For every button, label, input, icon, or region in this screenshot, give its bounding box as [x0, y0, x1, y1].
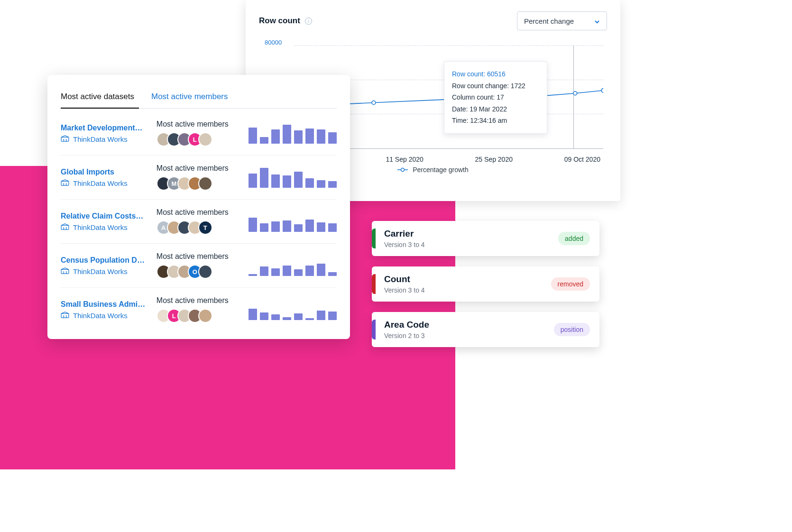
change-title: Carrier: [384, 229, 558, 239]
spark-bar: [283, 125, 291, 144]
spark-bar: [305, 318, 314, 320]
spark-bar: [271, 174, 280, 188]
svg-point-5: [401, 168, 405, 172]
warehouse-icon: [61, 223, 69, 231]
most-active-members-label: Most active members: [157, 252, 243, 261]
spark-bar: [283, 175, 291, 188]
avatar: [198, 132, 212, 147]
x-tick: 25 Sep 2020: [475, 156, 513, 163]
chart-title: Row count: [259, 16, 300, 26]
most-active-members-label: Most active members: [157, 164, 243, 173]
tabs: Most active datasets Most active members: [61, 88, 337, 109]
spark-bar: [271, 314, 280, 320]
spark-bar: [317, 180, 325, 188]
spark-bar: [260, 312, 268, 320]
avatar-stack: M: [157, 176, 243, 191]
dataset-org[interactable]: ThinkData Works: [61, 179, 151, 187]
dataset-name[interactable]: Small Business Admi…: [61, 300, 151, 309]
tab-most-active-members[interactable]: Most active members: [151, 88, 228, 108]
avatar: [198, 309, 212, 323]
dataset-name[interactable]: Relative Claim Costs…: [61, 212, 151, 220]
dataset-org-label: ThinkData Works: [73, 223, 128, 231]
spark-bar: [294, 172, 303, 188]
dataset-org-label: ThinkData Works: [73, 135, 128, 143]
dataset-org[interactable]: ThinkData Works: [61, 267, 151, 275]
change-title: Count: [384, 274, 551, 284]
dataset-row[interactable]: Census Population D…ThinkData WorksMost …: [61, 244, 337, 288]
spark-bar: [317, 311, 325, 320]
spark-bar: [328, 132, 337, 144]
spark-bar: [317, 264, 325, 276]
dataset-name[interactable]: Market Development…: [61, 124, 151, 132]
avatar-stack: O: [157, 265, 243, 279]
spark-bar: [271, 268, 280, 276]
spark-bar: [305, 220, 314, 232]
spark-bar: [328, 181, 337, 188]
warehouse-icon: [61, 267, 69, 275]
dataset-org[interactable]: ThinkData Works: [61, 312, 151, 320]
dataset-row[interactable]: Small Business Admi…ThinkData WorksMost …: [61, 288, 337, 331]
spark-bar: [305, 128, 314, 144]
spark-bar: [283, 266, 291, 276]
dataset-row[interactable]: Market Development…ThinkData WorksMost a…: [61, 111, 337, 156]
svg-rect-6: [61, 137, 69, 141]
dataset-org[interactable]: ThinkData Works: [61, 135, 151, 143]
svg-point-2: [573, 92, 577, 95]
accent-bar: [372, 229, 376, 248]
tooltip-row-count-value: 60516: [487, 70, 506, 78]
schema-change-card[interactable]: Area CodeVersion 2 to 3position: [372, 312, 599, 347]
spark-bar: [283, 317, 291, 320]
dataset-org[interactable]: ThinkData Works: [61, 223, 151, 231]
change-subtitle: Version 3 to 4: [384, 286, 551, 294]
svg-point-3: [601, 89, 603, 92]
change-subtitle: Version 2 to 3: [384, 332, 554, 339]
spark-bar: [260, 137, 268, 144]
dataset-row[interactable]: Relative Claim Costs…ThinkData WorksMost…: [61, 200, 337, 244]
sparkline: [249, 255, 337, 276]
status-badge: removed: [551, 277, 590, 291]
y-axis-tick: 80000: [265, 39, 282, 46]
schema-change-card[interactable]: CountVersion 3 to 4removed: [372, 266, 599, 302]
warehouse-icon: [61, 135, 69, 143]
metric-select[interactable]: Percent change: [517, 11, 607, 30]
tab-most-active-datasets[interactable]: Most active datasets: [61, 88, 134, 108]
spark-bar: [328, 312, 337, 320]
avatar: [198, 265, 212, 279]
most-active-members-label: Most active members: [157, 208, 243, 217]
dataset-row[interactable]: Global ImportsThinkData WorksMost active…: [61, 156, 337, 200]
tooltip-date: Date: 19 Mar 2022: [452, 103, 539, 115]
chevron-down-icon: [594, 18, 600, 24]
svg-rect-15: [61, 269, 69, 274]
spark-bar: [249, 218, 257, 232]
spark-bar: [249, 174, 257, 188]
info-icon[interactable]: i: [305, 18, 312, 25]
accent-bar: [372, 274, 376, 294]
dataset-name[interactable]: Global Imports: [61, 168, 151, 176]
svg-rect-9: [61, 181, 69, 185]
dataset-org-label: ThinkData Works: [73, 312, 128, 320]
change-subtitle: Version 3 to 4: [384, 241, 558, 248]
avatar: T: [198, 220, 212, 235]
spark-bar: [271, 221, 280, 232]
sparkline: [249, 123, 337, 144]
spark-bar: [260, 223, 268, 232]
spark-bar: [260, 266, 268, 276]
dataset-org-label: ThinkData Works: [73, 179, 128, 187]
svg-point-0: [372, 101, 376, 105]
change-title: Area Code: [384, 320, 554, 330]
chart-tooltip: Row count: 60516 Row count change: 1722 …: [444, 61, 547, 134]
tooltip-col-count: Column count: 17: [452, 92, 539, 103]
avatar: [198, 176, 212, 191]
spark-bar: [305, 178, 314, 188]
spark-bar: [328, 272, 337, 276]
svg-rect-18: [61, 313, 69, 318]
most-active-members-label: Most active members: [157, 120, 243, 128]
spark-bar: [283, 220, 291, 232]
svg-rect-12: [61, 225, 69, 229]
schema-change-card[interactable]: CarrierVersion 3 to 4added: [372, 221, 599, 256]
avatar-stack: L: [157, 132, 243, 147]
status-badge: added: [558, 232, 590, 245]
sparkline: [249, 211, 337, 232]
dataset-name[interactable]: Census Population D…: [61, 256, 151, 265]
most-active-datasets-card: Most active datasets Most active members…: [47, 75, 350, 339]
